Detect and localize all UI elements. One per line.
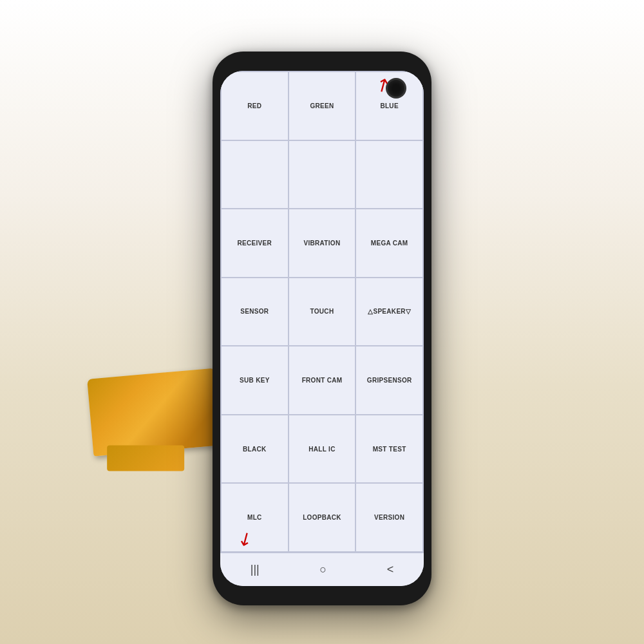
grid-cell-gripsensor[interactable]: GRIPSENSOR xyxy=(355,346,423,415)
flex-cable xyxy=(87,368,222,457)
grid-cell-green[interactable]: GREEN xyxy=(289,71,356,140)
test-grid: REDGREENBLUERECEIVERVIBRATIONMEGA CAMSEN… xyxy=(220,71,424,553)
grid-cell-mega-cam[interactable]: MEGA CAM xyxy=(355,209,423,278)
grid-cell-loopback[interactable]: LOOPBACK xyxy=(289,483,356,552)
back-button[interactable]: < xyxy=(382,558,399,582)
recent-apps-button[interactable]: ||| xyxy=(245,558,265,582)
grid-cell-receiver[interactable]: RECEIVER xyxy=(221,209,289,278)
grid-cell-speaker[interactable]: △SPEAKER▽ xyxy=(355,278,423,346)
grid-cell-empty3[interactable] xyxy=(355,140,423,209)
grid-cell-vibration[interactable]: VIBRATION xyxy=(289,209,356,278)
screen: ↗ ↗ REDGREENBLUERECEIVERVIBRATIONMEGA CA… xyxy=(220,71,424,586)
grid-cell-sensor[interactable]: SENSOR xyxy=(221,278,289,346)
grid-cell-mst-test[interactable]: MST TEST xyxy=(355,415,423,484)
grid-cell-hall-ic[interactable]: HALL IC xyxy=(289,415,356,484)
grid-cell-version[interactable]: VERSION xyxy=(355,483,423,552)
grid-cell-touch[interactable]: TOUCH xyxy=(289,278,356,346)
phone: ↗ ↗ REDGREENBLUERECEIVERVIBRATIONMEGA CA… xyxy=(213,52,431,605)
grid-cell-empty2[interactable] xyxy=(289,140,356,209)
grid-cell-front-cam[interactable]: FRONT CAM xyxy=(289,346,356,415)
home-button[interactable]: ○ xyxy=(314,558,332,582)
grid-cell-red[interactable]: RED xyxy=(221,71,289,140)
grid-cell-sub-key[interactable]: SUB KEY xyxy=(221,346,289,415)
grid-cell-empty1[interactable] xyxy=(221,140,289,209)
navigation-bar: ||| ○ < xyxy=(220,553,424,586)
grid-cell-black[interactable]: BLACK xyxy=(221,415,289,484)
